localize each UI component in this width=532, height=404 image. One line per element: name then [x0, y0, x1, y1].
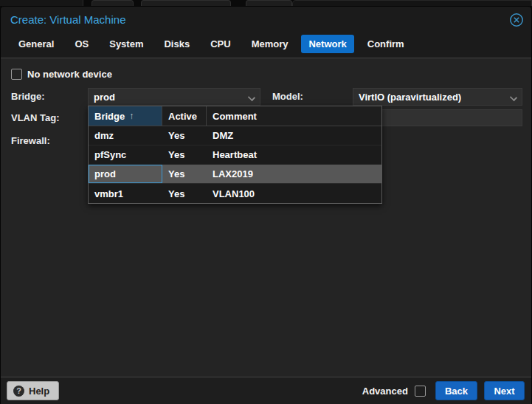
- network-form-panel: No network device Bridge: prod Model: Vi…: [1, 58, 531, 377]
- tab-os[interactable]: OS: [67, 35, 96, 53]
- tab-confirm[interactable]: Confirm: [360, 35, 412, 53]
- firewall-label: Firewall:: [11, 135, 50, 146]
- advanced-label: Advanced: [362, 386, 408, 397]
- next-button[interactable]: Next: [484, 381, 525, 400]
- bridge-dropdown-grid: Bridge ↑ Active Comment dmz Yes DMZ pfSy…: [88, 106, 382, 204]
- no-network-device-label: No network device: [27, 69, 112, 80]
- model-label: Model:: [272, 91, 303, 102]
- background-window-fragment: [141, 0, 231, 6]
- bridge-combobox-value: prod: [94, 92, 115, 103]
- background-window-fragment: [0, 0, 83, 6]
- create-vm-dialog: Create: Virtual Machine General OS Syste…: [0, 6, 532, 404]
- chevron-down-icon[interactable]: [510, 94, 517, 101]
- sort-ascending-icon: ↑: [129, 111, 134, 121]
- tab-general[interactable]: General: [11, 35, 61, 53]
- footer-actions: Advanced Back Next: [362, 381, 525, 400]
- background-window-fragment: [246, 0, 292, 6]
- wizard-tabs: General OS System Disks CPU Memory Netwo…: [11, 35, 412, 53]
- model-combobox-value: VirtIO (paravirtualized): [359, 92, 461, 103]
- column-header-bridge[interactable]: Bridge ↑: [89, 106, 162, 126]
- dropdown-header-row: Bridge ↑ Active Comment: [89, 106, 381, 126]
- background-window-fragment: [91, 0, 134, 6]
- column-header-active[interactable]: Active: [162, 106, 207, 126]
- dialog-title: Create: Virtual Machine: [10, 13, 125, 26]
- chevron-down-icon[interactable]: [248, 94, 255, 101]
- tab-disks[interactable]: Disks: [156, 35, 197, 53]
- bridge-option-row-prod[interactable]: prod Yes LAX2019: [89, 165, 381, 184]
- help-icon: ?: [13, 386, 24, 397]
- bridge-option-row-vmbr1[interactable]: vmbr1 Yes VLAN100: [89, 184, 381, 203]
- help-button-label: Help: [29, 386, 49, 397]
- vlan-tag-label: VLAN Tag:: [11, 112, 59, 123]
- bridge-combobox[interactable]: prod: [88, 88, 260, 106]
- tab-memory[interactable]: Memory: [244, 35, 296, 53]
- background-window-fragment: [292, 0, 532, 6]
- column-header-comment[interactable]: Comment: [207, 106, 381, 126]
- close-icon[interactable]: [509, 13, 524, 27]
- no-network-device-row: No network device: [11, 69, 112, 80]
- dialog-footer: ? Help Advanced Back Next: [1, 377, 531, 404]
- tab-system[interactable]: System: [102, 35, 151, 53]
- advanced-checkbox[interactable]: [415, 386, 426, 397]
- bridge-option-row-pfsync[interactable]: pfSync Yes Heartbeat: [89, 145, 381, 165]
- no-network-device-checkbox[interactable]: [11, 69, 22, 80]
- back-button[interactable]: Back: [435, 381, 477, 400]
- model-combobox[interactable]: VirtIO (paravirtualized): [353, 88, 522, 106]
- help-button[interactable]: ? Help: [7, 381, 59, 400]
- tab-cpu[interactable]: CPU: [203, 35, 238, 53]
- bridge-label: Bridge:: [11, 91, 45, 102]
- bridge-option-row-dmz[interactable]: dmz Yes DMZ: [89, 126, 381, 145]
- tab-network[interactable]: Network: [301, 35, 353, 53]
